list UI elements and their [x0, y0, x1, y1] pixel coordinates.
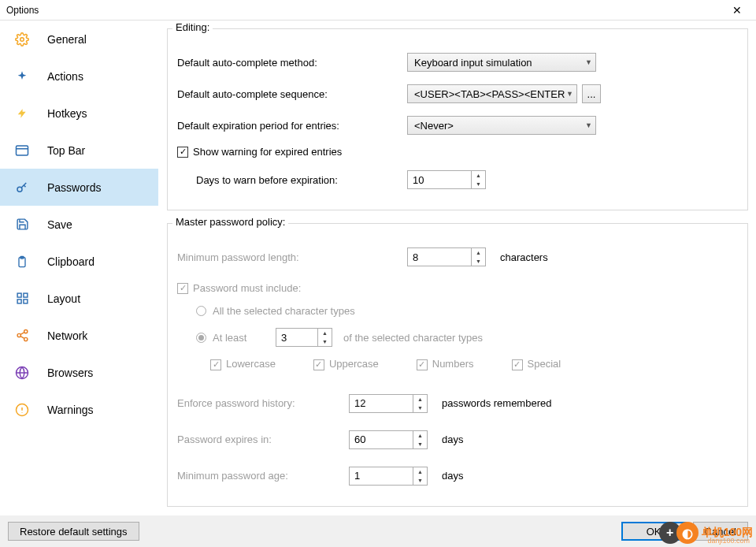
layout-icon — [14, 291, 30, 307]
sidebar-item-save[interactable]: Save — [0, 206, 158, 243]
expires-spinner[interactable]: 60 ▲▼ — [349, 430, 428, 449]
svg-line-13 — [20, 333, 24, 335]
restore-defaults-button[interactable]: Restore default settings — [8, 522, 139, 541]
sidebar-item-topbar[interactable]: Top Bar — [0, 132, 158, 169]
sidebar-item-general[interactable]: General — [0, 20, 158, 58]
expires-label: Password expires in: — [177, 434, 349, 445]
ok-button[interactable]: OK — [621, 522, 687, 541]
spin-down-icon[interactable]: ▼ — [413, 476, 427, 485]
spin-up-icon[interactable]: ▲ — [472, 248, 485, 257]
svg-point-12 — [24, 337, 27, 340]
uppercase-label: Uppercase — [329, 358, 379, 370]
sidebar-item-warnings[interactable]: Warnings — [0, 391, 158, 428]
autocomplete-method-combo[interactable]: Keyboard input simulation ▼ — [407, 53, 596, 72]
expiration-period-label: Default expiration period for entries: — [177, 120, 407, 132]
spin-up-icon[interactable]: ▲ — [413, 467, 427, 476]
autocomplete-method-label: Default auto-complete method: — [177, 57, 407, 69]
chevron-down-icon: ▼ — [566, 90, 573, 98]
password-include-checkbox[interactable]: ✓ — [177, 283, 188, 294]
policy-legend: Master password policy: — [172, 216, 288, 228]
all-types-radio[interactable] — [196, 306, 206, 316]
minage-label: Minimum password age: — [177, 470, 349, 482]
sidebar-item-label: Save — [47, 218, 72, 231]
sidebar-item-label: General — [47, 33, 87, 46]
lowercase-label: Lowercase — [226, 358, 276, 370]
footer: Restore default settings OK Cancel — [0, 515, 756, 547]
sidebar-item-label: Layout — [47, 292, 80, 305]
numbers-label: Numbers — [432, 358, 474, 370]
svg-rect-7 — [23, 293, 27, 297]
svg-point-3 — [17, 187, 22, 192]
numbers-checkbox[interactable]: ✓ — [417, 359, 428, 370]
policy-fieldset: Master password policy: Minimum password… — [167, 223, 748, 507]
autocomplete-sequence-combo[interactable]: <USER><TAB><PASS><ENTER ▼ — [407, 84, 577, 103]
at-least-label: At least — [213, 332, 276, 344]
sidebar-item-hotkeys[interactable]: Hotkeys — [0, 95, 158, 132]
sidebar-item-browsers[interactable]: Browsers — [0, 354, 158, 391]
sequence-edit-button[interactable]: ... — [582, 84, 601, 103]
svg-point-11 — [17, 333, 20, 337]
spinner-value: 3 — [276, 329, 317, 346]
spinner-value: 12 — [350, 395, 413, 412]
spinner-value: 10 — [408, 171, 471, 188]
days-warn-label: Days to warn before expiration: — [196, 174, 407, 186]
titlebar: Options ✕ — [0, 0, 756, 20]
cancel-button[interactable]: Cancel — [693, 522, 748, 541]
content-pane: Editing: Default auto-complete method: K… — [159, 20, 756, 515]
sidebar-item-clipboard[interactable]: Clipboard — [0, 243, 158, 280]
days-warn-spinner[interactable]: 10 ▲▼ — [407, 170, 486, 189]
lowercase-checkbox[interactable]: ✓ — [210, 359, 221, 370]
spinner-value: 8 — [408, 248, 471, 266]
sidebar-item-label: Actions — [47, 70, 83, 83]
sidebar-item-network[interactable]: Network — [0, 317, 158, 354]
spin-up-icon[interactable]: ▲ — [472, 171, 485, 180]
main-area: General Actions Hotkeys Top Bar Password — [0, 20, 756, 515]
share-icon — [14, 328, 30, 344]
sidebar-item-label: Clipboard — [47, 255, 94, 268]
sidebar-item-label: Browsers — [47, 367, 93, 379]
combo-value: <USER><TAB><PASS><ENTER — [414, 88, 565, 100]
svg-rect-9 — [23, 300, 27, 303]
at-least-spinner[interactable]: 3 ▲▼ — [276, 328, 332, 347]
special-checkbox[interactable]: ✓ — [512, 359, 523, 370]
sidebar-item-actions[interactable]: Actions — [0, 58, 158, 95]
editing-legend: Editing: — [172, 21, 213, 33]
all-types-label: All the selected character types — [213, 305, 355, 317]
sidebar-item-label: Hotkeys — [47, 107, 87, 120]
window-title: Options — [6, 5, 721, 16]
spin-up-icon[interactable]: ▲ — [413, 395, 427, 404]
spin-up-icon[interactable]: ▲ — [318, 329, 332, 337]
save-icon — [14, 217, 30, 233]
combo-value: <Never> — [414, 120, 454, 132]
bolt-icon — [14, 106, 30, 121]
spin-down-icon[interactable]: ▼ — [413, 404, 427, 412]
topbar-icon — [14, 143, 30, 158]
sidebar-item-label: Network — [47, 329, 87, 342]
sidebar-item-layout[interactable]: Layout — [0, 280, 158, 317]
svg-rect-6 — [17, 293, 21, 297]
spin-down-icon[interactable]: ▼ — [472, 180, 485, 188]
expiration-period-combo[interactable]: <Never> ▼ — [407, 116, 596, 135]
sidebar-item-passwords[interactable]: Passwords — [0, 169, 158, 206]
chevron-down-icon: ▼ — [585, 121, 592, 129]
spin-up-icon[interactable]: ▲ — [413, 431, 427, 440]
minlen-spinner[interactable]: 8 ▲▼ — [407, 247, 486, 266]
history-label: Enforce password history: — [177, 397, 349, 409]
warning-icon — [14, 402, 30, 418]
history-spinner[interactable]: 12 ▲▼ — [349, 394, 428, 413]
spin-down-icon[interactable]: ▼ — [318, 337, 332, 346]
at-least-radio[interactable] — [196, 333, 206, 343]
spin-down-icon[interactable]: ▼ — [472, 257, 485, 266]
expires-unit: days — [442, 434, 463, 445]
spin-down-icon[interactable]: ▼ — [413, 440, 427, 448]
uppercase-checkbox[interactable]: ✓ — [313, 359, 324, 370]
globe-icon — [14, 365, 30, 381]
clipboard-icon — [14, 254, 30, 270]
svg-rect-8 — [17, 300, 21, 303]
minage-spinner[interactable]: 1 ▲▼ — [349, 467, 428, 486]
autocomplete-sequence-label: Default auto-complete sequence: — [177, 88, 407, 100]
spinner-value: 1 — [350, 467, 413, 485]
close-icon[interactable]: ✕ — [721, 4, 753, 17]
warn-expired-checkbox[interactable]: ✓ — [177, 147, 188, 158]
svg-point-0 — [20, 37, 24, 41]
